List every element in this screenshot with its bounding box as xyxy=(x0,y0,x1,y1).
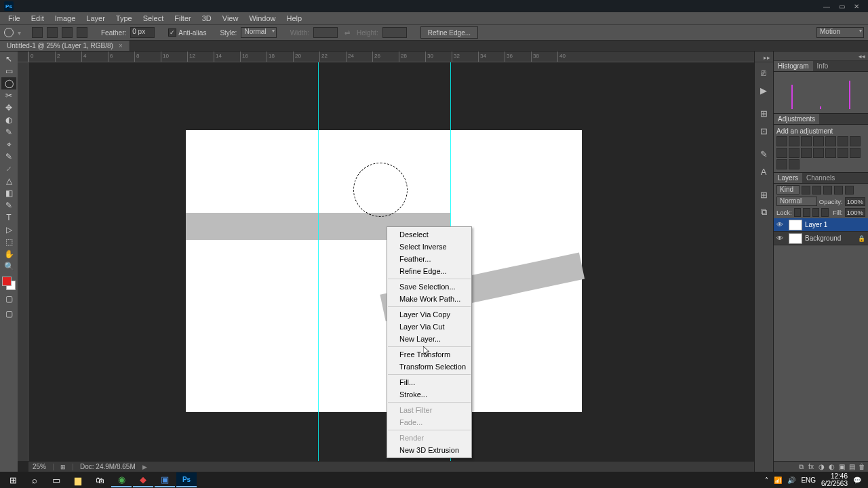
layer-fx-icon[interactable]: fx xyxy=(806,463,816,471)
statusbar-flyout-icon[interactable]: ▶ xyxy=(142,464,147,470)
maximize-button[interactable]: ▭ xyxy=(834,1,849,12)
zoom-level[interactable]: 25% xyxy=(33,463,46,470)
layer-row[interactable]: 👁Background🔒 xyxy=(774,232,868,245)
tool-12[interactable]: ✎ xyxy=(1,199,16,211)
ctx-layer-via-copy[interactable]: Layer Via Copy xyxy=(387,308,471,321)
doc-size[interactable]: Doc: 24.9M/8.65M xyxy=(80,463,136,470)
adjustment-icon-3[interactable] xyxy=(813,136,824,146)
filter-type-icon[interactable] xyxy=(823,186,832,195)
filter-adj-icon[interactable] xyxy=(812,186,821,195)
layer-visibility-icon[interactable]: 👁 xyxy=(774,235,786,242)
search-icon[interactable]: ⌕ xyxy=(24,472,45,487)
photoshop-task-icon[interactable]: Ps xyxy=(176,472,197,487)
tool-1[interactable]: ▭ xyxy=(1,65,16,77)
tray-volume-icon[interactable]: 🔊 xyxy=(787,476,795,484)
ruler-horizontal[interactable]: 0246810121416182022242628303234363840 xyxy=(28,52,754,62)
dock-icon-1[interactable]: ▶ xyxy=(755,81,772,99)
tool-6[interactable]: ✎ xyxy=(1,126,16,138)
menu-layer[interactable]: Layer xyxy=(81,13,111,24)
tray-chevron-icon[interactable]: ˄ xyxy=(765,476,768,484)
adjustment-icon-4[interactable] xyxy=(825,136,836,146)
ctx-select-inverse[interactable]: Select Inverse xyxy=(387,241,471,253)
fill-value[interactable]: 100% xyxy=(845,208,865,217)
ruler-origin[interactable] xyxy=(18,52,28,62)
adjustment-icon-7[interactable] xyxy=(776,148,787,158)
adjustment-icon-1[interactable] xyxy=(789,136,800,146)
layer-visibility-icon[interactable]: 👁 xyxy=(774,221,786,228)
opacity-value[interactable]: 100% xyxy=(845,197,865,206)
layer-thumbnail[interactable] xyxy=(789,233,802,244)
ctx-new-layer[interactable]: New Layer... xyxy=(387,333,471,345)
dock-collapse-icon[interactable]: ▸▸ xyxy=(755,53,773,62)
sel-mode-new-icon[interactable] xyxy=(32,27,43,38)
dock-icon-0[interactable]: ⎚ xyxy=(755,64,772,81)
adjustment-icon-15[interactable] xyxy=(789,159,800,169)
notification-center-icon[interactable]: 💬 xyxy=(853,476,861,484)
tab-channels[interactable]: Channels xyxy=(802,173,839,183)
layer-filter-kind[interactable]: Kind xyxy=(776,185,800,195)
new-adjustment-icon[interactable]: ◐ xyxy=(827,463,836,471)
tab-layers[interactable]: Layers xyxy=(774,173,802,183)
menu-filter[interactable]: Filter xyxy=(169,13,196,24)
layer-mask-icon[interactable]: ◑ xyxy=(816,463,826,471)
adjustment-icon-0[interactable] xyxy=(776,136,787,146)
blend-mode-select[interactable]: Normal xyxy=(776,197,817,206)
ctx-stroke[interactable]: Stroke... xyxy=(387,388,471,401)
tool-2[interactable]: ◯ xyxy=(1,77,16,89)
ctx-new-3d-extrusion[interactable]: New 3D Extrusion xyxy=(387,444,471,456)
lock-trans-icon[interactable] xyxy=(794,208,802,217)
tool-3[interactable]: ✂ xyxy=(1,89,16,102)
menu-file[interactable]: File xyxy=(3,13,26,24)
selection-marquee[interactable] xyxy=(353,163,408,217)
adjustment-icon-13[interactable] xyxy=(850,148,861,158)
filter-smart-icon[interactable] xyxy=(845,186,854,195)
ctx-layer-via-cut[interactable]: Layer Via Cut xyxy=(387,321,471,333)
menu-edit[interactable]: Edit xyxy=(26,13,50,24)
tool-4[interactable]: ✥ xyxy=(1,102,16,114)
ctx-fill[interactable]: Fill... xyxy=(387,376,471,388)
adjustment-icon-2[interactable] xyxy=(801,136,812,146)
adjustment-icon-9[interactable] xyxy=(801,148,812,158)
panels-collapse-icon[interactable]: ◂◂ xyxy=(774,52,868,61)
app-red-icon[interactable]: ◆ xyxy=(133,472,153,487)
filter-pixel-icon[interactable] xyxy=(802,186,810,195)
task-view-icon[interactable]: ▭ xyxy=(46,472,66,487)
dock-icon-5[interactable]: A xyxy=(755,163,772,180)
lock-all-icon[interactable] xyxy=(821,208,829,217)
chrome-icon[interactable]: ◉ xyxy=(111,472,132,487)
quick-mask-icon[interactable]: ▢ xyxy=(1,293,16,305)
adjustment-icon-11[interactable] xyxy=(825,148,836,158)
ctx-transform-selection[interactable]: Transform Selection xyxy=(387,361,471,373)
screen-mode-icon[interactable]: ▢ xyxy=(1,308,16,320)
tray-clock[interactable]: 12:46 6/2/2563 xyxy=(821,472,848,487)
tool-9[interactable]: ⟋ xyxy=(1,163,16,175)
minimize-button[interactable]: — xyxy=(819,1,834,12)
tray-lang[interactable]: ENG xyxy=(801,476,816,484)
ctx-refine-edge[interactable]: Refine Edge... xyxy=(387,265,471,277)
menu-type[interactable]: Type xyxy=(111,13,138,24)
workspace-select[interactable]: Motion xyxy=(816,27,864,38)
adjustment-icon-12[interactable] xyxy=(837,148,848,158)
sel-mode-intersect-icon[interactable] xyxy=(77,27,87,38)
tool-0[interactable]: ↖ xyxy=(1,53,16,65)
document-tab-close-icon[interactable]: × xyxy=(119,42,123,49)
layer-name[interactable]: Layer 1 xyxy=(805,221,868,228)
feather-input[interactable]: 0 px xyxy=(130,27,155,38)
sel-mode-subtract-icon[interactable] xyxy=(62,27,73,38)
tool-10[interactable]: △ xyxy=(1,175,16,187)
menu-3d[interactable]: 3D xyxy=(197,13,217,24)
adjustment-icon-5[interactable] xyxy=(837,136,848,146)
lock-pixels-icon[interactable] xyxy=(803,208,810,217)
tool-11[interactable]: ◧ xyxy=(1,187,16,199)
app-blue-icon[interactable]: ▣ xyxy=(155,472,175,487)
tool-13[interactable]: T xyxy=(1,211,16,224)
dock-icon-3[interactable]: ⊡ xyxy=(755,122,772,140)
menu-view[interactable]: View xyxy=(217,13,244,24)
link-layers-icon[interactable]: ⧉ xyxy=(796,463,806,471)
ctx-feather[interactable]: Feather... xyxy=(387,253,471,265)
fg-color-icon[interactable] xyxy=(2,277,12,286)
dock-icon-6[interactable]: ⊞ xyxy=(755,186,772,203)
color-swatch[interactable] xyxy=(2,277,16,290)
document-tab[interactable]: Untitled-1 @ 25% (Layer 1, RGB/8) × xyxy=(0,41,130,51)
tool-8[interactable]: ✎ xyxy=(1,150,16,163)
